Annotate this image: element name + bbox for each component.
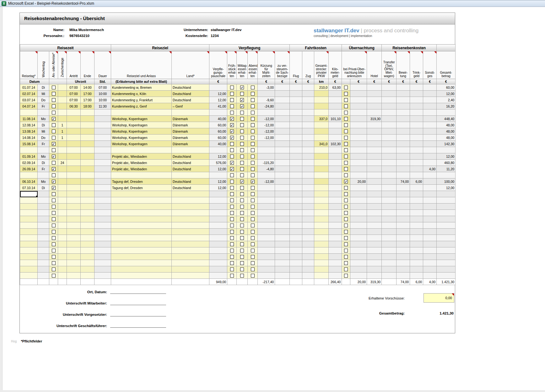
- fruehstueck-checkbox[interactable]: [230, 205, 234, 209]
- cell-privat[interactable]: [342, 141, 350, 147]
- cell-abendessen[interactable]: [248, 197, 258, 204]
- mittagessen-checkbox[interactable]: [240, 274, 244, 278]
- mittagessen-checkbox[interactable]: [240, 205, 244, 209]
- cell-reisetag[interactable]: [20, 210, 38, 216]
- cell-reisetag[interactable]: [20, 172, 38, 178]
- cell-ende[interactable]: [81, 178, 94, 185]
- cell-abendessen[interactable]: [248, 216, 258, 222]
- cell-reiseziel[interactable]: [111, 247, 172, 254]
- cell-privat[interactable]: [342, 266, 350, 273]
- fruehstueck-checkbox[interactable]: ✓: [230, 136, 234, 140]
- cell-antritt[interactable]: [67, 116, 81, 122]
- cell-pkw[interactable]: [314, 97, 329, 103]
- cell-antritt[interactable]: [67, 241, 81, 247]
- cell-reiseziel[interactable]: [111, 229, 172, 235]
- abendessen-checkbox[interactable]: [251, 274, 255, 278]
- cell-mittagessen[interactable]: [237, 135, 248, 141]
- cell-abendessen[interactable]: [248, 147, 258, 153]
- cell-mittagessen[interactable]: [237, 229, 248, 235]
- cell-land[interactable]: [172, 204, 209, 210]
- cell-antritt[interactable]: [67, 235, 81, 241]
- mittagessen-checkbox[interactable]: [240, 142, 244, 146]
- abendessen-checkbox[interactable]: [251, 86, 255, 89]
- cell-privat[interactable]: [342, 260, 350, 266]
- cell-mittagessen[interactable]: [237, 185, 248, 191]
- cell-antritt[interactable]: [67, 178, 81, 185]
- cell-ende[interactable]: [81, 273, 94, 279]
- cell-pkw[interactable]: [314, 166, 329, 172]
- cell-fruehstueck[interactable]: [227, 273, 237, 279]
- cell-zwischentage[interactable]: [58, 241, 67, 247]
- mittagessen-checkbox[interactable]: [240, 242, 244, 246]
- an_abreise-checkbox[interactable]: [52, 92, 56, 96]
- cell-pkw[interactable]: [314, 160, 329, 166]
- cell-abendessen[interactable]: [248, 135, 258, 141]
- cell-abendessen[interactable]: [248, 141, 258, 147]
- an_abreise-checkbox[interactable]: [52, 217, 56, 221]
- cell-land[interactable]: Dänemark: [172, 122, 209, 128]
- cell-fruehstueck[interactable]: [227, 254, 237, 260]
- fruehstueck-checkbox[interactable]: ✓: [230, 117, 234, 121]
- privat-checkbox[interactable]: [344, 86, 348, 89]
- privat-checkbox[interactable]: [344, 142, 348, 146]
- cell-ende[interactable]: 18:00: [81, 103, 94, 109]
- cell-fruehstueck[interactable]: ✓: [227, 160, 237, 166]
- cell-ende[interactable]: [81, 216, 94, 222]
- fruehstueck-checkbox[interactable]: [230, 142, 234, 146]
- cell-ende[interactable]: [81, 247, 94, 254]
- mittagessen-checkbox[interactable]: [240, 186, 244, 190]
- cell-fruehstueck[interactable]: [227, 109, 237, 116]
- cell-mittagessen[interactable]: ✓: [237, 178, 248, 185]
- privat-checkbox[interactable]: [344, 123, 348, 127]
- cell-ende[interactable]: 14:00: [81, 84, 94, 91]
- cell-pkw[interactable]: [314, 210, 329, 216]
- an_abreise-checkbox[interactable]: [52, 205, 56, 209]
- cell-fruehstueck[interactable]: [227, 216, 237, 222]
- cell-mittagessen[interactable]: [237, 254, 248, 260]
- mittagessen-checkbox[interactable]: [240, 199, 244, 202]
- fruehstueck-checkbox[interactable]: [230, 274, 234, 278]
- cell-ende[interactable]: [81, 266, 94, 273]
- cell-fruehstueck[interactable]: [227, 103, 237, 109]
- fruehstueck-checkbox[interactable]: [230, 111, 234, 114]
- cell-mittagessen[interactable]: [237, 166, 248, 172]
- cell-zwischentage[interactable]: [58, 254, 67, 260]
- cell-zwischentage[interactable]: [58, 166, 67, 172]
- cell-reisetag[interactable]: [20, 109, 38, 116]
- cell-antritt[interactable]: [67, 197, 81, 204]
- cell-mittagessen[interactable]: [237, 210, 248, 216]
- abendessen-checkbox[interactable]: [251, 268, 255, 271]
- cell-land[interactable]: Deutschland: [172, 91, 209, 97]
- privat-checkbox[interactable]: [344, 261, 348, 265]
- cell-land[interactable]: [172, 210, 209, 216]
- cell-ende[interactable]: [81, 141, 94, 147]
- cell-ende[interactable]: [81, 241, 94, 247]
- cell-mittagessen[interactable]: [237, 273, 248, 279]
- cell-abendessen[interactable]: [248, 222, 258, 229]
- cell-reisetag[interactable]: 13.08.14: [20, 128, 38, 135]
- cell-abendessen[interactable]: [248, 116, 258, 122]
- cell-land[interactable]: Deutschland: [172, 178, 209, 185]
- an_abreise-checkbox[interactable]: [52, 173, 56, 177]
- cell-an_abreise[interactable]: [49, 273, 58, 279]
- cell-antritt[interactable]: [67, 204, 81, 210]
- cell-privat[interactable]: [342, 216, 350, 222]
- cell-zwischentage[interactable]: [58, 91, 67, 97]
- cell-ende[interactable]: [81, 197, 94, 204]
- cell-zwischentage[interactable]: 24: [58, 160, 67, 166]
- cell-reisetag[interactable]: 04.07.14: [20, 103, 38, 109]
- privat-checkbox[interactable]: [344, 117, 348, 121]
- cell-antritt[interactable]: [67, 191, 81, 197]
- cell-reisetag[interactable]: [20, 235, 38, 241]
- cell-zwischentage[interactable]: [58, 216, 67, 222]
- cell-reisetag[interactable]: [20, 247, 38, 254]
- cell-mittagessen[interactable]: ✓: [237, 84, 248, 91]
- an_abreise-checkbox[interactable]: [52, 98, 56, 102]
- cell-land[interactable]: [172, 222, 209, 229]
- cell-reisetag[interactable]: 02.07.14: [20, 91, 38, 97]
- cell-zwischentage[interactable]: [58, 204, 67, 210]
- cell-privat[interactable]: [342, 97, 350, 103]
- an_abreise-checkbox[interactable]: [52, 268, 56, 271]
- an_abreise-checkbox[interactable]: ✓: [52, 117, 56, 121]
- cell-an_abreise[interactable]: [49, 210, 58, 216]
